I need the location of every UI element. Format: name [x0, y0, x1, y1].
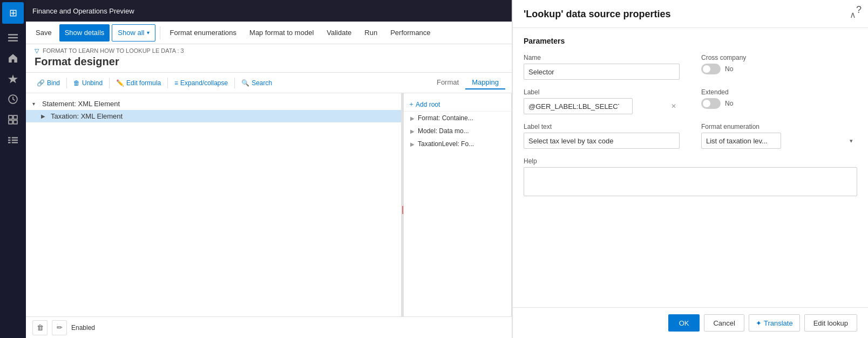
extended-label: Extended	[701, 88, 857, 96]
app-title: Finance and Operations Preview	[32, 7, 134, 15]
label-prop-group: Label ✕	[524, 88, 680, 114]
cross-company-label: Cross company	[701, 54, 857, 61]
sidebar-item-list[interactable]	[2, 130, 24, 150]
sidebar-item-recent[interactable]	[2, 89, 24, 109]
action-sep-3	[167, 78, 168, 88]
label-text-input[interactable]	[524, 133, 680, 149]
mapping-panel: ＋ Add root ▶ Format: Containe... ▶ Model…	[404, 93, 512, 316]
mapping-item-taxlevel[interactable]: ▶ TaxationLevel: Fo...	[404, 137, 511, 150]
cross-company-toggle[interactable]	[701, 64, 721, 74]
svg-rect-5	[13, 115, 17, 119]
divider-bar[interactable]	[402, 93, 404, 316]
format-enum-dropdown-arrow: ▾	[850, 137, 853, 144]
edit-icon: ✏	[57, 323, 63, 332]
ok-button[interactable]: OK	[668, 314, 700, 332]
help-textarea[interactable]	[524, 167, 857, 196]
app-icon[interactable]: ⊞	[2, 2, 24, 24]
svg-rect-7	[13, 120, 17, 124]
show-all-button[interactable]: Show all ▾	[112, 24, 155, 42]
sidebar: ⊞	[0, 0, 26, 338]
format-mapping-tabs: Format Mapping	[430, 76, 505, 89]
show-details-button[interactable]: Show details	[59, 24, 110, 42]
cross-company-value: No	[725, 65, 733, 73]
right-panel: 'Lookup' data source properties ∧ Parame…	[512, 0, 868, 338]
mapping-toolbar: ＋ Add root	[404, 98, 511, 112]
cross-company-toggle-group: No	[701, 64, 857, 74]
label-label: Label	[524, 88, 680, 96]
unbind-button[interactable]: 🗑 Unbind	[69, 75, 107, 91]
add-icon: ＋	[408, 100, 415, 109]
save-button[interactable]: Save	[30, 24, 57, 42]
top-bar: Finance and Operations Preview	[26, 0, 512, 22]
map-format-button[interactable]: Map format to model	[244, 24, 319, 42]
sidebar-item-workspaces[interactable]	[2, 110, 24, 129]
svg-rect-4	[9, 115, 12, 119]
content-area: ▾ Statement: XML Element ▶ Taxation: XML…	[26, 93, 512, 316]
format-enumerations-button[interactable]: Format enumerations	[165, 24, 242, 42]
svg-rect-2	[8, 40, 18, 42]
search-button[interactable]: 🔍 Search	[237, 75, 276, 91]
expand-collapse-button[interactable]: ≡ Expand/collapse	[170, 75, 232, 91]
help-icon[interactable]: ?	[856, 4, 862, 16]
label-text-label: Label text	[524, 123, 680, 130]
sidebar-item-menu[interactable]	[2, 28, 24, 47]
mapping-item-model-label: Model: Data mo...	[418, 127, 469, 135]
name-input[interactable]	[524, 64, 680, 80]
edit-lookup-button[interactable]: Edit lookup	[804, 314, 857, 332]
extended-value: No	[725, 100, 733, 107]
action-sep-1	[66, 78, 67, 88]
extended-toggle[interactable]	[701, 98, 721, 109]
bottom-bar: 🗑 ✏ Enabled	[26, 316, 512, 338]
edit-formula-button[interactable]: ✏️ Edit formula	[112, 75, 165, 91]
extended-toggle-group: No	[701, 98, 857, 109]
label-text-prop-group: Label text	[524, 123, 680, 149]
bind-button[interactable]: 🔗 Bind	[32, 75, 64, 91]
mapping-item-model[interactable]: ▶ Model: Data mo...	[404, 125, 511, 137]
tree-item-taxation[interactable]: ▶ Taxation: XML Element	[26, 110, 401, 122]
tab-mapping[interactable]: Mapping	[465, 76, 505, 89]
delete-button[interactable]: 🗑	[32, 320, 48, 335]
grid-icon: ⊞	[9, 7, 17, 19]
cancel-button[interactable]: Cancel	[704, 314, 744, 332]
tab-format[interactable]: Format	[430, 76, 465, 89]
name-label: Name	[524, 54, 680, 61]
cross-company-prop-group: Cross company No	[701, 54, 857, 80]
right-panel-header: 'Lookup' data source properties ∧	[513, 0, 868, 28]
mapping-arrow-2: ▶	[410, 128, 415, 134]
format-enum-select[interactable]: List of taxation lev...	[701, 133, 781, 149]
right-panel-content: Parameters Name Cross company No Label	[513, 28, 868, 307]
tree-panel: ▾ Statement: XML Element ▶ Taxation: XML…	[26, 93, 402, 316]
page-title: Format designer	[35, 56, 503, 68]
run-button[interactable]: Run	[359, 24, 383, 42]
translate-icon: ✦	[756, 319, 762, 327]
filter-icon: ▽	[35, 47, 39, 54]
extended-prop-group: Extended No	[701, 88, 857, 114]
tree-item-statement-label: Statement: XML Element	[42, 100, 120, 108]
add-root-button[interactable]: ＋ Add root	[408, 100, 440, 109]
svg-rect-0	[8, 34, 18, 35]
action-sep-2	[109, 78, 110, 88]
svg-rect-8	[8, 137, 11, 138]
svg-rect-6	[9, 120, 12, 124]
delete-icon: 🗑	[37, 323, 44, 332]
action-toolbar: 🔗 Bind 🗑 Unbind ✏️ Edit formula ≡ Expand…	[26, 73, 512, 93]
svg-rect-10	[8, 140, 11, 141]
enabled-label: Enabled	[71, 324, 95, 332]
translate-button[interactable]: ✦ Translate	[749, 314, 800, 332]
sidebar-item-favorites[interactable]	[2, 69, 24, 88]
page-header: ▽ FORMAT TO LEARN HOW TO LOOKUP LE DATA …	[26, 44, 512, 73]
show-all-dropdown-arrow: ▾	[147, 30, 150, 36]
label-input-wrapper: ✕	[524, 98, 680, 114]
performance-button[interactable]: Performance	[385, 24, 436, 42]
label-input[interactable]	[524, 98, 633, 114]
mapping-item-format[interactable]: ▶ Format: Containe...	[404, 112, 511, 125]
properties-grid: Name Cross company No Label ✕	[524, 54, 857, 196]
edit-button[interactable]: ✏	[52, 320, 67, 335]
svg-rect-1	[8, 37, 18, 38]
label-clear-button[interactable]: ✕	[671, 102, 676, 110]
tree-toggle-taxation: ▶	[41, 113, 48, 119]
sidebar-item-home[interactable]	[2, 49, 24, 68]
tree-item-statement[interactable]: ▾ Statement: XML Element	[26, 98, 401, 110]
validate-button[interactable]: Validate	[321, 24, 357, 42]
format-enum-label: Format enumeration	[701, 123, 857, 130]
